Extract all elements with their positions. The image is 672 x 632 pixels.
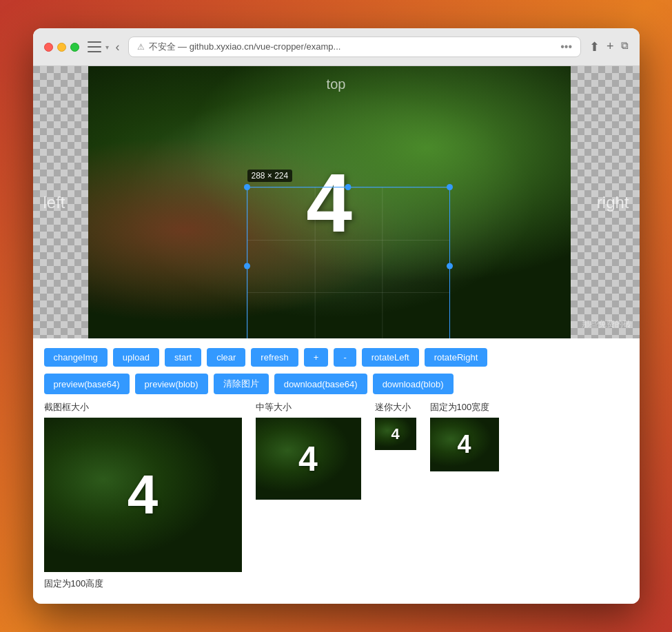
preview-box-large: 4 bbox=[44, 418, 242, 572]
share-button[interactable]: ⬆ bbox=[589, 39, 600, 54]
preview-section: 截图框大小4中等大小4迷你大小4固定为100宽度4 bbox=[33, 401, 640, 572]
preview-label-mini: 迷你大小 bbox=[375, 401, 411, 414]
handle-top-right[interactable] bbox=[447, 184, 453, 190]
page-content: top left right 288 × 224 bbox=[33, 66, 640, 604]
security-icon: ⚠ bbox=[137, 42, 145, 52]
label-left: left bbox=[43, 193, 65, 212]
traffic-lights bbox=[44, 43, 79, 52]
handle-middle-right[interactable] bbox=[447, 263, 453, 269]
cropper-background: top left right 288 × 224 bbox=[33, 66, 640, 338]
preview-box-medium: 4 bbox=[256, 418, 361, 500]
more-button[interactable]: ••• bbox=[560, 41, 572, 53]
crop-size-label: 288 × 224 bbox=[247, 170, 293, 182]
preview-item-mini: 迷你大小4 bbox=[375, 401, 416, 450]
preview-box-mini: 4 bbox=[375, 418, 416, 450]
preview-label-fixed100w: 固定为100宽度 bbox=[430, 401, 490, 414]
rotate-right-button[interactable]: rotateRight bbox=[425, 348, 488, 367]
sidebar-toggle-button[interactable] bbox=[88, 41, 101, 52]
browser-content: top left right 288 × 224 bbox=[33, 66, 640, 604]
preview-number-fixed100w: 4 bbox=[457, 430, 471, 459]
clear-button[interactable]: clear bbox=[207, 348, 245, 367]
preview-number-mini: 4 bbox=[391, 425, 399, 443]
buttons-section: changeImguploadstartclearrefresh+-rotate… bbox=[33, 338, 640, 394]
new-tab-button[interactable]: + bbox=[607, 39, 614, 54]
label-right: right bbox=[597, 193, 629, 212]
preview-number-large: 4 bbox=[128, 463, 159, 527]
preview-label-medium: 中等大小 bbox=[256, 401, 292, 414]
back-button[interactable]: ‹ bbox=[116, 40, 120, 54]
preview-base64-button[interactable]: preview(base64) bbox=[44, 374, 130, 394]
titlebar-actions: ⬆ + ⧉ bbox=[589, 39, 629, 54]
button-row-1: changeImguploadstartclearrefresh+-rotate… bbox=[44, 348, 629, 367]
browser-window: ▾ ‹ ⚠ 不安全 — github.xyxiao.cn/vue-cropper… bbox=[33, 28, 640, 604]
upload-button[interactable]: upload bbox=[113, 348, 159, 367]
fixed-height-label: 固定为100高度 bbox=[33, 572, 640, 590]
browser-titlebar: ▾ ‹ ⚠ 不安全 — github.xyxiao.cn/vue-cropper… bbox=[33, 28, 640, 66]
preview-item-large: 截图框大小4 bbox=[44, 401, 242, 572]
address-bar[interactable]: ⚠ 不安全 — github.xyxiao.cn/vue-cropper/exa… bbox=[128, 37, 581, 57]
download-blob-button[interactable]: download(blob) bbox=[373, 374, 454, 394]
zoom-out-button[interactable]: - bbox=[334, 348, 356, 367]
clear-image-button[interactable]: 清除图片 bbox=[214, 374, 269, 394]
preview-blob-button[interactable]: preview(blob) bbox=[135, 374, 208, 394]
preview-label-large: 截图框大小 bbox=[44, 401, 89, 414]
chevron-down-icon: ▾ bbox=[105, 43, 109, 51]
download-base64-button[interactable]: download(base64) bbox=[274, 374, 367, 394]
preview-number-medium: 4 bbox=[298, 439, 318, 479]
preview-item-medium: 中等大小4 bbox=[256, 401, 361, 500]
rotate-left-button[interactable]: rotateLeft bbox=[362, 348, 419, 367]
close-button[interactable] bbox=[44, 43, 53, 52]
changeimg-button[interactable]: changeImg bbox=[44, 348, 108, 367]
zoom-in-button[interactable]: + bbox=[304, 348, 329, 367]
crop-box[interactable]: 288 × 224 bbox=[247, 187, 450, 338]
handle-top-center[interactable] bbox=[345, 184, 352, 190]
tabs-button[interactable]: ⧉ bbox=[621, 39, 629, 54]
minimize-button[interactable] bbox=[57, 43, 66, 52]
preview-box-fixed100w: 4 bbox=[430, 418, 499, 471]
url-text: 不安全 — github.xyxiao.cn/vue-cropper/examp… bbox=[149, 41, 557, 53]
handle-top-left[interactable] bbox=[244, 184, 250, 190]
maximize-button[interactable] bbox=[70, 43, 79, 52]
button-row-2: preview(base64)preview(blob)清除图片download… bbox=[44, 374, 629, 394]
start-button[interactable]: start bbox=[165, 348, 201, 367]
watermark-text: 那些免费的砖 bbox=[582, 318, 631, 330]
cropper-container[interactable]: top left right 288 × 224 bbox=[33, 66, 640, 338]
preview-item-fixed100w: 固定为100宽度4 bbox=[430, 401, 499, 471]
handle-middle-left[interactable] bbox=[244, 263, 250, 269]
titlebar-controls: ▾ ‹ bbox=[88, 40, 120, 54]
label-top: top bbox=[327, 77, 346, 92]
refresh-button[interactable]: refresh bbox=[251, 348, 298, 367]
